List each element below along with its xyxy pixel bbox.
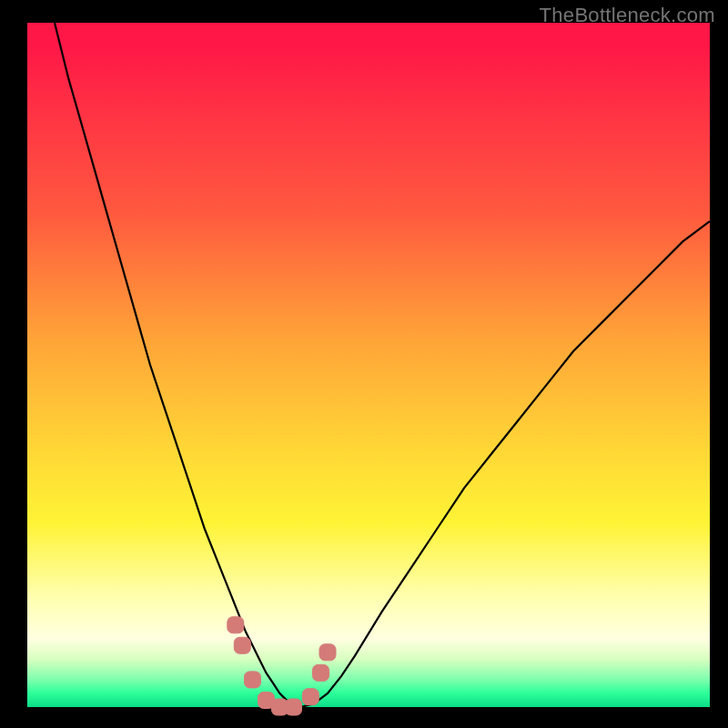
marker-point: [286, 699, 302, 715]
marker-point: [319, 644, 336, 661]
chart-frame: TheBottleneck.com: [0, 0, 728, 728]
marker-point: [313, 664, 329, 681]
watermark-text: TheBottleneck.com: [540, 4, 715, 27]
marker-point: [234, 637, 250, 653]
bottleneck-curve: [55, 23, 710, 707]
marker-point: [228, 617, 244, 633]
marker-point: [302, 689, 318, 705]
curve-layer: [27, 23, 710, 707]
marker-point: [245, 672, 261, 688]
plot-area: [27, 23, 710, 707]
